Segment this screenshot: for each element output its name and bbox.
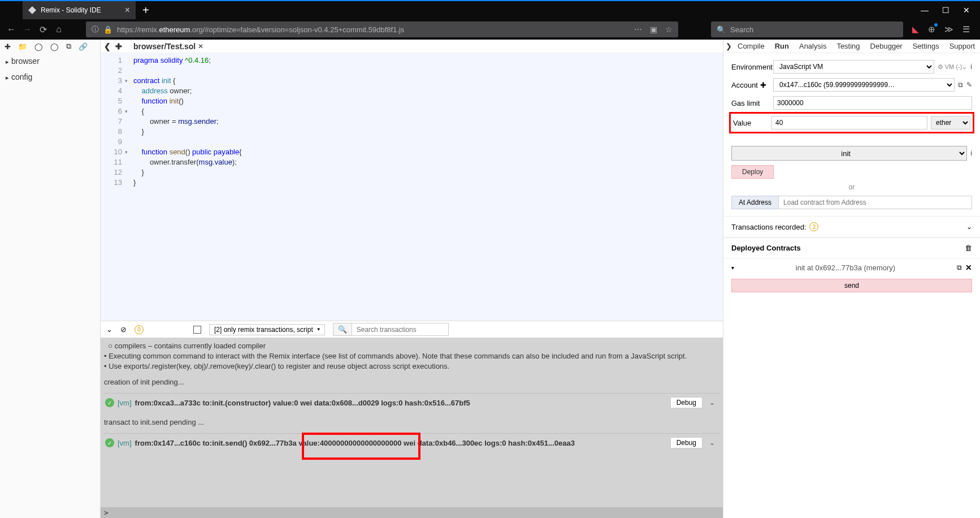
terminal-filter-dropdown[interactable]: [2] only remix transactions, script (209, 324, 325, 335)
pocket-icon[interactable]: ◣ (912, 24, 919, 34)
account-select[interactable]: 0x147...c160c (59.99999999999999… (773, 78, 955, 92)
close-icon[interactable]: × (125, 5, 130, 15)
terminal-pending: creation of init pending... (104, 377, 719, 387)
window-controls: — ☐ ✕ (921, 6, 980, 15)
terminal-prompt[interactable]: > (101, 507, 723, 518)
close-icon[interactable]: ✕ (965, 263, 972, 272)
tab-support[interactable]: Support (945, 41, 980, 51)
tab-run[interactable]: Run (770, 41, 793, 51)
search-icon: 🔍 (717, 25, 726, 34)
copy-icon[interactable]: ⧉ (66, 42, 71, 51)
bookmark-icon[interactable]: ☆ (665, 25, 673, 34)
pending-badge: 0 (135, 325, 144, 334)
new-file-icon[interactable]: ✚ (5, 42, 11, 51)
file-tab-name: browser/Test.sol (133, 42, 196, 51)
tab-debugger[interactable]: Debugger (866, 41, 907, 51)
terminal-output[interactable]: ○ compilers – contains currently loaded … (101, 338, 723, 507)
terminal-toolbar: ⌄ ⊘ 0 [2] only remix transactions, scrip… (101, 321, 723, 338)
sidebar-item-config[interactable]: config (0, 69, 100, 85)
downloads-icon[interactable]: ⊕ (928, 24, 935, 34)
tab-testing[interactable]: Testing (832, 41, 864, 51)
info-icon[interactable]: ⓘ (92, 24, 99, 34)
code-editor[interactable]: 1 2 3 4 5 6 7 8 9 10 11 12 13 pragma sol… (101, 53, 723, 321)
tab-analysis[interactable]: Analysis (795, 41, 831, 51)
tx-row[interactable]: ✓ [vm] from:0xca3...a733c to:init.(const… (104, 394, 719, 412)
right-panel: ❯ Compile Run Analysis Testing Debugger … (723, 40, 980, 518)
chevron-down-icon[interactable]: ▾ (731, 265, 734, 271)
home-icon[interactable]: ⌂ (53, 24, 64, 34)
tx-recorded-section[interactable]: Transactions recorded: 2 ⌄ (723, 216, 980, 238)
github-icon[interactable]: ◯ (34, 42, 43, 51)
folder-icon[interactable]: 📁 (18, 42, 27, 51)
deployed-instance-row: ▾ init at 0x692...77b3a (memory) ⧉ ✕ (723, 258, 980, 277)
terminal-pending: transact to init.send pending ... (104, 417, 719, 428)
edit-icon[interactable]: ✎ (966, 81, 972, 89)
expand-icon[interactable]: ⌄ (706, 439, 718, 447)
terminal-search-input[interactable] (352, 324, 448, 335)
file-tab-close-icon[interactable]: ✕ (198, 42, 203, 50)
send-button[interactable]: send (731, 279, 972, 292)
url-bar[interactable]: ⓘ 🔒 https://remix.ethereum.org/#optimize… (86, 21, 678, 37)
forward-icon[interactable]: → (21, 24, 33, 34)
gist-icon[interactable]: ◯ (50, 42, 59, 51)
reload-icon[interactable]: ⟳ (37, 24, 49, 35)
main-column: ❮ ✚ browser/Test.sol ✕ 1 2 3 4 5 6 7 8 9… (101, 40, 723, 518)
more-dots-icon[interactable]: ⋯ (634, 25, 642, 34)
trash-icon[interactable]: 🗑 (965, 244, 972, 252)
back-icon[interactable]: ← (6, 24, 17, 34)
tx-count-badge: 2 (809, 222, 818, 231)
sidebar: ✚ 📁 ◯ ◯ ⧉ 🔗 browser config (0, 40, 101, 518)
info-icon[interactable]: i (970, 63, 972, 71)
at-address-button[interactable]: At Address (731, 196, 779, 209)
debug-button[interactable]: Debug (670, 437, 703, 448)
tab-settings[interactable]: Settings (908, 41, 944, 51)
value-unit-select[interactable]: ether (931, 116, 970, 130)
link-icon[interactable]: 🔗 (79, 42, 88, 51)
tx-detail: from:0x147...c160c to:init.send() 0x692.… (135, 439, 575, 447)
gas-limit-input[interactable] (773, 96, 972, 110)
tx-recorded-label: Transactions recorded: (731, 223, 806, 231)
extensions-icon[interactable]: ≫ (944, 24, 953, 34)
tx-row[interactable]: ✓ [vm] from:0x147...c160c to:init.send()… (104, 434, 719, 452)
sidebar-item-browser[interactable]: browser (0, 53, 100, 69)
contract-select[interactable]: init (731, 146, 967, 161)
tab-prev-icon[interactable]: ❮ (104, 42, 111, 51)
listen-checkbox[interactable] (193, 326, 201, 334)
collapse-panel-icon[interactable]: ❯ (726, 42, 732, 50)
gas-limit-label: Gas limit (731, 99, 770, 107)
at-address-input[interactable] (779, 196, 972, 209)
browser-tab[interactable]: Remix - Solidity IDE × (23, 1, 136, 19)
terminal-line: • Use exports/.register(key, obj)/.remov… (104, 361, 719, 372)
expand-icon[interactable]: ⌄ (706, 399, 718, 407)
menu-icon[interactable]: ☰ (962, 24, 970, 34)
vm-tag-icon: ⚙ VM (-)⌄ (938, 63, 968, 71)
tab-compile[interactable]: Compile (733, 41, 769, 51)
panel-tabs: ❯ Compile Run Analysis Testing Debugger … (723, 40, 980, 53)
reader-icon[interactable]: ▣ (650, 25, 657, 34)
debug-button[interactable]: Debug (670, 397, 703, 408)
search-bar[interactable]: 🔍 Search (711, 21, 903, 37)
account-label: Account ✚ (731, 81, 770, 89)
copy-icon[interactable]: ⧉ (957, 264, 962, 271)
value-input[interactable] (771, 116, 927, 130)
search-icon[interactable]: 🔍 (333, 323, 352, 335)
file-tab[interactable]: browser/Test.sol ✕ (131, 42, 206, 51)
info-icon[interactable]: i (970, 149, 972, 157)
environment-label: Environment (731, 63, 770, 71)
copy-icon[interactable]: ⧉ (958, 81, 963, 89)
chevron-down-icon[interactable]: ⌄ (966, 223, 972, 231)
minimize-icon[interactable]: — (921, 6, 929, 15)
maximize-icon[interactable]: ☐ (942, 6, 949, 15)
environment-select[interactable]: JavaScript VM (773, 60, 934, 74)
clear-icon[interactable]: ⊘ (120, 325, 127, 334)
new-tab-button[interactable]: + (136, 4, 156, 17)
close-window-icon[interactable]: ✕ (963, 6, 970, 15)
code-area[interactable]: pragma solidity ^0.4.16; contract init {… (125, 53, 242, 321)
collapse-icon[interactable]: ⌄ (106, 325, 112, 334)
deploy-button[interactable]: Deploy (731, 165, 774, 179)
terminal-line: • Executing common command to interact w… (104, 351, 719, 361)
line-gutter: 1 2 3 4 5 6 7 8 9 10 11 12 13 (101, 53, 125, 321)
tab-add-icon[interactable]: ✚ (115, 42, 122, 51)
value-row-highlight: Value ether (729, 112, 974, 133)
add-account-icon[interactable]: ✚ (760, 81, 766, 89)
